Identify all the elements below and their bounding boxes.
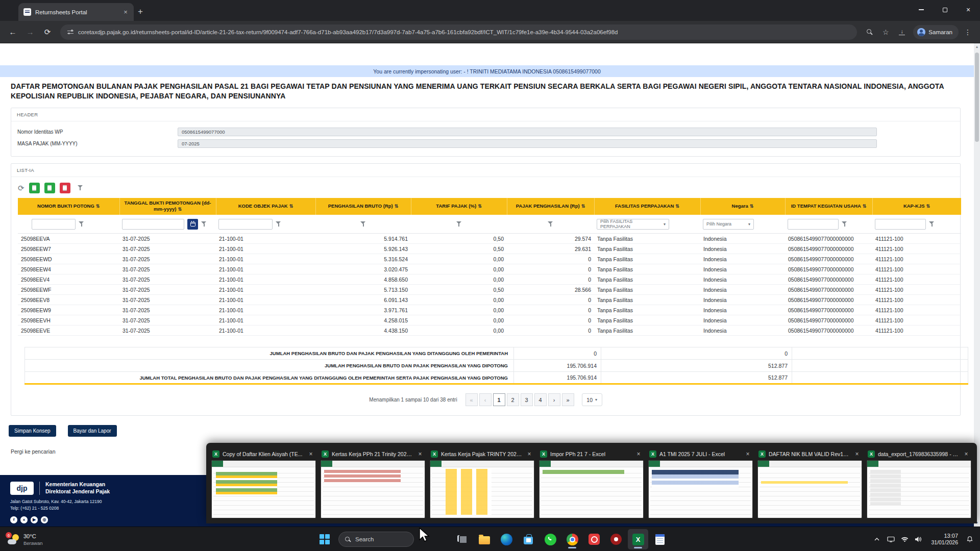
wifi-icon[interactable] xyxy=(899,532,910,547)
scrollbar-thumb[interactable] xyxy=(975,53,979,142)
scroll-up-arrow[interactable]: ▲ xyxy=(975,43,979,51)
negara-select[interactable]: Pilih Negara▾ xyxy=(703,219,754,230)
preview-close-icon[interactable]: × xyxy=(307,450,315,458)
task-view-button[interactable] xyxy=(452,529,473,549)
preview-thumbnail[interactable] xyxy=(211,460,316,518)
preview-card[interactable]: data_export_1769836335998 - E... × xyxy=(867,448,971,518)
preview-card[interactable]: DAFTAR NIK BLM VALID Rev1 - ... × xyxy=(757,448,862,518)
sort-icon[interactable] xyxy=(861,203,867,209)
close-button[interactable]: × xyxy=(957,0,980,19)
cell-nomor-bukti[interactable]: 25098EEW4 xyxy=(18,264,119,274)
page-prev-button[interactable]: ‹ xyxy=(479,393,492,406)
sort-icon[interactable] xyxy=(674,203,679,209)
calendar-button[interactable] xyxy=(187,219,198,230)
new-tab-button[interactable]: + xyxy=(138,7,143,17)
page-next-button[interactable]: › xyxy=(548,393,560,406)
funnel-icon[interactable] xyxy=(456,221,462,227)
forward-button[interactable]: → xyxy=(22,24,38,40)
notification-bell-icon[interactable] xyxy=(965,532,975,547)
cell-nomor-bukti[interactable]: 25098EEWF xyxy=(18,285,119,295)
app-darkred-button[interactable] xyxy=(606,529,626,549)
maximize-button[interactable] xyxy=(933,0,957,19)
address-bar[interactable]: coretaxdjp.pajak.go.id/returnsheets-port… xyxy=(60,24,857,40)
pay-report-button[interactable]: Bayar dan Lapor xyxy=(68,425,117,437)
chrome-button[interactable] xyxy=(562,529,582,549)
preview-close-icon[interactable]: × xyxy=(525,450,533,458)
table-row[interactable]: 25098EEW9 31-07-2025 21-100-01 3.971.761… xyxy=(18,305,961,315)
table-row[interactable]: 25098EEVA 31-07-2025 21-100-01 5.914.761… xyxy=(18,234,961,244)
nomor-filter-input[interactable] xyxy=(32,219,76,230)
whatsapp-button[interactable] xyxy=(540,529,560,549)
menu-kebab-icon[interactable]: ⋮ xyxy=(961,25,975,39)
cell-nomor-bukti[interactable]: 25098EEV4 xyxy=(18,274,119,285)
x-twitter-icon[interactable]: x xyxy=(20,516,28,523)
start-button[interactable] xyxy=(314,529,335,549)
column-header[interactable]: ID TEMPAT KEGIATAN USAHA xyxy=(785,198,872,215)
sort-icon[interactable] xyxy=(925,203,930,209)
sort-icon[interactable] xyxy=(288,203,293,209)
preview-card[interactable]: A1 TMI 2025 7 JULI - Excel × xyxy=(648,448,753,518)
cell-nomor-bukti[interactable]: 25098EEVH xyxy=(18,315,119,325)
funnel-icon[interactable] xyxy=(201,221,207,227)
preview-thumbnail[interactable] xyxy=(321,460,425,518)
tanggal-filter-input[interactable] xyxy=(122,219,184,230)
table-row[interactable]: 25098EEW7 31-07-2025 21-100-01 5.926.143… xyxy=(18,244,961,254)
column-header[interactable]: FASILITAS PERPAJAKAN xyxy=(594,198,700,215)
kap-kjs-filter-input[interactable] xyxy=(875,219,926,230)
page-first-button[interactable]: « xyxy=(465,393,478,406)
preview-thumbnail[interactable] xyxy=(867,460,971,518)
preview-thumbnail[interactable] xyxy=(539,460,644,518)
funnel-icon[interactable] xyxy=(548,221,553,227)
notepad-button[interactable] xyxy=(650,529,670,549)
instagram-icon[interactable]: ◎ xyxy=(41,516,48,523)
column-header[interactable]: NOMOR BUKTI POTONG xyxy=(18,198,119,215)
taskbar-search[interactable]: Search xyxy=(338,532,414,547)
page-number-button[interactable]: 4 xyxy=(534,393,547,406)
masa-pajak-field[interactable] xyxy=(178,139,877,148)
store-button[interactable] xyxy=(518,529,538,549)
export-csv-button[interactable] xyxy=(29,183,40,193)
table-row[interactable]: 25098EEVE 31-07-2025 21-100-01 4.438.150… xyxy=(18,325,961,336)
weather-widget[interactable]: 6 30°C Berawan xyxy=(3,527,47,551)
cell-nomor-bukti[interactable]: 25098EEW7 xyxy=(18,244,119,254)
column-header[interactable]: Negara xyxy=(700,198,785,215)
export-pdf-button[interactable] xyxy=(60,183,70,193)
cell-nomor-bukti[interactable]: 25098EEV8 xyxy=(18,295,119,305)
column-header[interactable]: KODE OBJEK PAJAK xyxy=(216,198,315,215)
page-size-select[interactable]: 10▾ xyxy=(582,393,602,406)
table-row[interactable]: 25098EEV4 31-07-2025 21-100-01 4.858.650… xyxy=(18,274,961,285)
fasilitas-select[interactable]: Pilih FASILITAS PERPAJAKAN▾ xyxy=(597,219,669,230)
page-number-button[interactable]: 3 xyxy=(521,393,533,406)
edge-button[interactable] xyxy=(496,529,517,549)
browser-tab[interactable]: Returnsheets Portal × xyxy=(18,3,134,21)
id-tku-filter-input[interactable] xyxy=(788,219,839,230)
preview-thumbnail[interactable] xyxy=(430,460,534,518)
app-red-button[interactable] xyxy=(584,529,604,549)
sort-icon[interactable] xyxy=(476,203,482,209)
save-draft-button[interactable]: Simpan Konsep xyxy=(9,425,56,437)
refresh-icon[interactable]: ⟳ xyxy=(18,184,24,192)
preview-card[interactable]: Kertas Kerja Pajak TRINTY 2025 ... × xyxy=(430,448,534,518)
preview-card[interactable]: Impor PPh 21 7 - Excel × xyxy=(539,448,644,518)
filter-toggle-icon[interactable] xyxy=(78,185,83,191)
funnel-icon[interactable] xyxy=(842,221,847,227)
tray-chevron-icon[interactable] xyxy=(872,532,882,547)
npwp-field[interactable] xyxy=(178,128,877,136)
preview-close-icon[interactable]: × xyxy=(962,450,970,458)
sort-icon[interactable] xyxy=(580,203,585,209)
preview-close-icon[interactable]: × xyxy=(416,450,424,458)
sort-icon[interactable] xyxy=(748,203,754,209)
excel-button[interactable] xyxy=(628,529,648,549)
taskbar-clock[interactable]: 13:07 31/01/2026 xyxy=(931,532,958,546)
preview-close-icon[interactable]: × xyxy=(634,450,643,458)
volume-icon[interactable] xyxy=(913,532,923,547)
bookmark-star-icon[interactable]: ☆ xyxy=(878,25,893,39)
export-excel-button[interactable] xyxy=(44,183,55,193)
preview-card[interactable]: Kertas Kerja PPh 21 Trinity 2025 ... × xyxy=(321,448,425,518)
file-explorer-button[interactable] xyxy=(474,529,495,549)
cell-nomor-bukti[interactable]: 25098EEW9 xyxy=(18,305,119,315)
column-header[interactable]: TANGGAL BUKTI PEMOTONGAN (dd-mm-yyyy) xyxy=(119,198,216,215)
minimize-button[interactable] xyxy=(910,0,933,19)
column-header[interactable]: PENGHASILAN BRUTO (Rp) xyxy=(315,198,411,215)
funnel-icon[interactable] xyxy=(360,221,366,227)
